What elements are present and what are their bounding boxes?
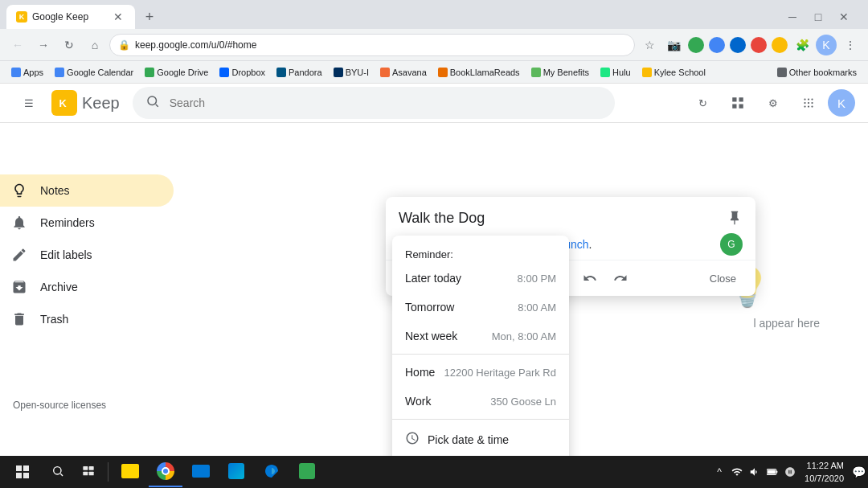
redo-button[interactable] xyxy=(606,264,635,293)
reminder-work[interactable]: Work 350 Goose Ln xyxy=(392,387,569,416)
open-source-licenses[interactable]: Open-source licenses xyxy=(0,392,119,417)
tab-close-button[interactable]: ✕ xyxy=(111,10,125,24)
extension3-button[interactable] xyxy=(730,37,746,53)
profile-avatar: K xyxy=(816,35,837,55)
svg-point-10 xyxy=(804,102,805,104)
trash-icon xyxy=(10,311,29,327)
svg-rect-24 xyxy=(89,472,94,476)
bookmark-button[interactable]: ☆ xyxy=(638,34,661,56)
search-bar[interactable] xyxy=(133,87,615,119)
tab-favicon: K xyxy=(16,11,27,23)
bookmark-gdrive[interactable]: Google Drive xyxy=(140,66,213,79)
bookmark-other[interactable]: Other bookmarks xyxy=(772,66,862,79)
store-icon xyxy=(228,463,244,479)
taskbar-taskview-button[interactable] xyxy=(74,457,103,487)
maps-icon xyxy=(299,463,315,479)
gcal-icon xyxy=(55,68,64,77)
bookmark-pandora[interactable]: Pandora xyxy=(272,66,327,79)
svg-point-13 xyxy=(804,106,805,108)
reminder-later-today[interactable]: Later today 8:00 PM xyxy=(392,264,569,293)
grid-view-button[interactable] xyxy=(722,87,754,119)
battery-icon[interactable] xyxy=(766,465,779,478)
apps-button[interactable] xyxy=(792,87,825,119)
taskbar-fileexplorer-button[interactable] xyxy=(113,457,147,487)
sidebar-item-notes[interactable]: Notes xyxy=(0,174,174,207)
taskbar-search-button[interactable] xyxy=(43,457,72,487)
chrome-menu-button[interactable]: ⋮ xyxy=(839,34,862,56)
volume-icon[interactable] xyxy=(748,465,761,478)
bookmark-byui[interactable]: BYU-I xyxy=(329,66,374,79)
close-window-button[interactable]: ✕ xyxy=(833,6,855,28)
profile-button[interactable]: K xyxy=(815,34,837,56)
reminder-home[interactable]: Home 12200 Heritage Park Rd xyxy=(392,358,569,387)
app-header: ☰ K Keep ↻ xyxy=(0,84,868,123)
extension4-button[interactable] xyxy=(751,37,767,53)
bookmark-apps[interactable]: Apps xyxy=(6,66,48,79)
reminder-tomorrow[interactable]: Tomorrow 8:00 AM xyxy=(392,293,569,322)
reminder-item-time-3: 12200 Heritage Park Rd xyxy=(444,367,556,379)
taskbar-sys-area: ^ xyxy=(713,465,796,478)
svg-rect-5 xyxy=(732,105,736,109)
start-button[interactable] xyxy=(3,457,42,487)
home-button[interactable]: ⌂ xyxy=(84,34,106,56)
archive-icon xyxy=(10,279,29,295)
bookmark-mybenefits[interactable]: My Benefits xyxy=(526,66,594,79)
forward-button[interactable]: → xyxy=(32,34,55,56)
settings-button[interactable]: ⚙ xyxy=(757,87,789,119)
extension5-button[interactable] xyxy=(772,37,788,53)
sidebar: Notes Reminders Edit labels xyxy=(0,168,180,456)
extensions-button[interactable]: 🧩 xyxy=(791,34,813,56)
reload-button[interactable]: ↻ xyxy=(58,34,80,56)
new-tab-button[interactable]: + xyxy=(138,6,161,28)
notification-button[interactable]: 💬 xyxy=(852,465,865,478)
user-avatar[interactable]: K xyxy=(828,89,855,117)
bookmark-kylee[interactable]: Kylee School xyxy=(637,66,710,79)
sidebar-item-reminders[interactable]: Reminders xyxy=(0,207,174,239)
svg-rect-19 xyxy=(23,473,29,478)
bookmark-asavana[interactable]: Asavana xyxy=(375,66,432,79)
taskbar-maps-button[interactable] xyxy=(290,457,324,487)
svg-point-20 xyxy=(54,467,61,474)
sidebar-item-trash[interactable]: Trash xyxy=(0,303,174,335)
svg-point-11 xyxy=(808,102,809,104)
taskbar-mail-button[interactable] xyxy=(184,457,218,487)
maximize-button[interactable]: □ xyxy=(807,6,829,28)
sidebar-item-edit-labels[interactable]: Edit labels xyxy=(0,239,174,271)
pin-button[interactable] xyxy=(727,210,743,230)
address-bar[interactable]: 🔒 keep.google.com/u/0/#home xyxy=(109,34,635,56)
bookmark-bookllama[interactable]: BookLlamaReads xyxy=(433,66,525,79)
calendar-area[interactable] xyxy=(784,465,796,478)
tab-bar: K Google Keep ✕ + ─ □ ✕ xyxy=(0,0,868,29)
active-tab[interactable]: K Google Keep ✕ xyxy=(6,5,135,29)
extension2-button[interactable] xyxy=(709,37,725,53)
minimize-button[interactable]: ─ xyxy=(781,6,804,28)
sidebar-item-archive[interactable]: Archive xyxy=(0,271,174,303)
edit-labels-icon xyxy=(10,247,29,263)
svg-rect-16 xyxy=(16,465,22,471)
close-button[interactable]: Close xyxy=(697,264,749,293)
taskbar-store-button[interactable] xyxy=(219,457,253,487)
reminder-pick-date[interactable]: Pick date & time xyxy=(392,423,569,456)
note-editor-inner: Walk the Dog Remember to walk the dog af… xyxy=(386,197,755,296)
bookmark-dropbox[interactable]: Dropbox xyxy=(215,66,270,79)
taskbar-edge-button[interactable] xyxy=(255,457,289,487)
svg-rect-23 xyxy=(83,472,88,476)
svg-text:K: K xyxy=(59,97,68,109)
pick-date-label: Pick date & time xyxy=(428,433,509,446)
network-icon[interactable] xyxy=(731,465,743,478)
bookmark-hulu[interactable]: Hulu xyxy=(596,66,636,79)
refresh-button[interactable]: ↻ xyxy=(686,87,719,119)
taskbar-chrome-button[interactable] xyxy=(149,457,182,487)
search-input[interactable] xyxy=(170,96,602,109)
bookmark-gcal[interactable]: Google Calendar xyxy=(50,66,138,79)
hamburger-button[interactable]: ☰ xyxy=(13,87,45,119)
screenshot-button[interactable]: 📷 xyxy=(662,34,685,56)
taskbar-chevron-icon[interactable]: ^ xyxy=(713,465,726,478)
notes-label: Notes xyxy=(40,184,70,197)
undo-button[interactable] xyxy=(575,264,604,293)
reminder-next-week[interactable]: Next week Mon, 8:00 AM xyxy=(392,322,569,351)
extension1-button[interactable] xyxy=(688,37,704,53)
note-title[interactable]: Walk the Dog xyxy=(399,210,727,227)
taskbar-clock[interactable]: 11:22 AM 10/7/2020 xyxy=(798,459,850,486)
back-button[interactable]: ← xyxy=(6,34,29,56)
